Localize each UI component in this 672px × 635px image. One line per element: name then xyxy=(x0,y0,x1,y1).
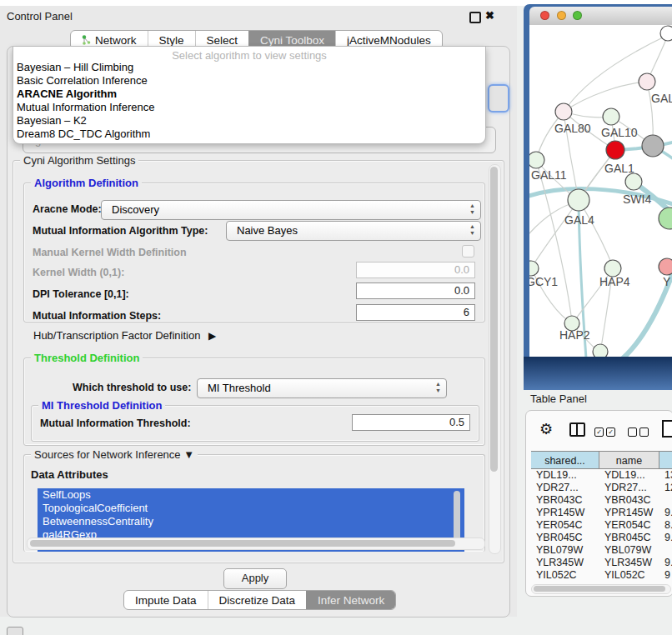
table-row[interactable]: YDR27...YDR27...12 xyxy=(531,482,672,494)
table-cell: 13 xyxy=(659,469,672,482)
table-row[interactable]: YDL19...YDL19...13 xyxy=(531,469,672,482)
tab-discretize-data[interactable]: Discretize Data xyxy=(208,591,307,609)
checked-checkbox-icon[interactable]: ✓ xyxy=(606,428,615,437)
aracne-mode-combo[interactable]: Discovery ▲▼ xyxy=(101,200,481,220)
column-header[interactable]: name xyxy=(599,451,659,469)
network-node-gal[interactable] xyxy=(639,73,655,90)
node-label: HAP4 xyxy=(599,275,630,288)
kernel-width-label: Kernel Width (0,1): xyxy=(33,267,124,278)
algorithm-option[interactable]: Bayesian – K2 xyxy=(13,114,485,128)
table-cell: YBL079W xyxy=(531,544,599,557)
settings-horizontal-scrollbar-thumb[interactable] xyxy=(30,540,455,547)
file-icon[interactable] xyxy=(662,420,672,438)
table-cell xyxy=(659,544,672,557)
table-row[interactable]: YLR345WYLR345W9. xyxy=(531,557,672,569)
table-cell: 12 xyxy=(659,482,672,494)
mi-steps-input[interactable]: 6 xyxy=(356,304,475,321)
algorithm-option[interactable]: Dream8 DC_TDC Algorithm xyxy=(13,128,485,141)
which-threshold-combo[interactable]: MI Threshold ▲▼ xyxy=(197,378,447,398)
unchecked-checkbox-icon[interactable] xyxy=(628,428,637,437)
table-cell: YER054C xyxy=(599,519,659,532)
settings-vertical-scrollbar[interactable] xyxy=(489,164,501,554)
mi-threshold-group: MI Threshold Definition Mutual Informati… xyxy=(31,405,479,442)
settings-vertical-scrollbar-thumb[interactable] xyxy=(490,167,498,472)
apply-button[interactable]: Apply xyxy=(223,568,287,589)
network-node-gal11[interactable] xyxy=(529,152,544,168)
mi-type-combo[interactable]: Naive Bayes ▲▼ xyxy=(226,221,481,241)
settings-horizontal-scrollbar[interactable] xyxy=(27,538,485,550)
node-label: GAL4 xyxy=(564,213,594,227)
kernel-width-input[interactable]: 0.0 xyxy=(356,262,475,278)
network-window-bottom-frame xyxy=(524,357,672,390)
close-traffic-light[interactable] xyxy=(540,11,549,20)
network-node-hap4[interactable] xyxy=(604,260,621,277)
network-canvas[interactable]: GALGAL80GAL10GAL1GAL11SWI4GAL4GCY1HAP4YH… xyxy=(529,25,672,357)
network-node[interactable] xyxy=(593,344,608,357)
table-row[interactable]: YPR145WYPR145W9. xyxy=(531,507,672,519)
algorithm-option[interactable]: Bayesian – Hill Climbing xyxy=(13,61,485,74)
table-horizontal-scrollbar[interactable] xyxy=(531,584,671,594)
algorithm-option[interactable]: ARACNE Algorithm xyxy=(13,88,485,101)
node-label: GAL1 xyxy=(604,162,634,175)
node-attribute-table[interactable]: shared...nameAYDL19...YDL19...13YDR27...… xyxy=(531,451,672,582)
network-node-y[interactable] xyxy=(659,258,672,275)
table-cell: YDR27... xyxy=(531,482,599,494)
control-panel: Control Panel ✖ NetworkStyleSelectCyni T… xyxy=(0,6,517,617)
table-row[interactable]: YBL079WYBL079W xyxy=(531,544,672,557)
table-cell: YER054C xyxy=(531,519,599,532)
column-header[interactable]: A xyxy=(659,451,672,469)
attribute-item[interactable]: BetweennessCentrality xyxy=(38,515,464,528)
expanded-arrow-icon[interactable]: ▼ xyxy=(183,448,194,461)
table-panel: ⚙ ✓ ✓ shared...nameAYDL19...YDL19...13YD… xyxy=(525,410,672,597)
algorithm-option[interactable]: Basic Correlation Inference xyxy=(13,74,485,88)
table-cell: 9. xyxy=(659,507,672,519)
network-node[interactable] xyxy=(659,208,672,229)
table-cell: YBR043C xyxy=(531,494,599,507)
focused-combo-fragment[interactable] xyxy=(488,84,509,112)
network-node-gal1[interactable] xyxy=(606,141,624,159)
table-horizontal-scrollbar-thumb[interactable] xyxy=(534,586,665,592)
table-row[interactable]: YBR045CYBR045C9. xyxy=(531,532,672,544)
algorithm-option[interactable]: Mutual Information Inference xyxy=(13,101,485,114)
hub-definition-expander[interactable]: Hub/Transcription Factor Definition ▶ xyxy=(33,329,216,342)
minimize-traffic-light[interactable] xyxy=(557,11,566,20)
table-cell: YDL19... xyxy=(531,469,599,482)
tab-label: Cyni Toolbox xyxy=(260,34,324,47)
gear-icon[interactable]: ⚙ xyxy=(539,420,553,438)
checked-checkbox-icon[interactable]: ✓ xyxy=(594,428,604,437)
dpi-tolerance-input[interactable]: 0.0 xyxy=(356,282,475,299)
table-row[interactable]: YER054CYER054C8. xyxy=(531,519,672,532)
attribute-item[interactable]: SelfLoops xyxy=(38,488,464,502)
float-window-icon[interactable] xyxy=(469,12,481,23)
tab-impute-data[interactable]: Impute Data xyxy=(124,591,208,609)
tab-infer-network[interactable]: Infer Network xyxy=(306,591,395,609)
table-cell: YPR145W xyxy=(531,507,599,519)
table-cell: 8. xyxy=(659,519,672,532)
network-node-gal4[interactable] xyxy=(568,189,589,211)
close-icon[interactable]: ✖ xyxy=(485,9,494,22)
table-panel-title: Table Panel xyxy=(530,392,587,405)
sources-title-text: Sources for Network Inference xyxy=(34,448,181,461)
network-node[interactable] xyxy=(660,26,672,41)
column-header[interactable]: shared... xyxy=(531,451,599,469)
network-node-gcy1[interactable] xyxy=(529,261,539,276)
zoom-traffic-light[interactable] xyxy=(573,11,582,20)
network-node-swi4[interactable] xyxy=(625,173,642,190)
table-row[interactable]: YIL052CYIL052C9 xyxy=(531,569,672,582)
aracne-mode-value: Discovery xyxy=(112,203,159,216)
columns-icon[interactable] xyxy=(569,422,585,437)
dock-corner-icon[interactable] xyxy=(7,627,23,635)
unchecked-checkbox-icon[interactable] xyxy=(639,428,649,437)
attribute-item[interactable]: TopologicalCoefficient xyxy=(38,502,464,515)
network-node[interactable] xyxy=(642,135,664,157)
network-window-titlebar[interactable] xyxy=(529,7,672,26)
network-node-gal10[interactable] xyxy=(603,108,619,125)
table-cell: 9. xyxy=(659,557,672,569)
network-node-gal80[interactable] xyxy=(555,103,572,120)
table-row[interactable]: YBR043CYBR043C xyxy=(531,494,672,507)
mi-threshold-label: Mutual Information Threshold: xyxy=(40,418,191,429)
algorithm-popup-items: Bayesian – Hill ClimbingBasic Correlatio… xyxy=(13,61,485,141)
table-cell: YDL19... xyxy=(599,469,659,482)
manual-kernel-checkbox[interactable] xyxy=(462,245,474,258)
mi-threshold-input[interactable]: 0.5 xyxy=(352,414,470,431)
